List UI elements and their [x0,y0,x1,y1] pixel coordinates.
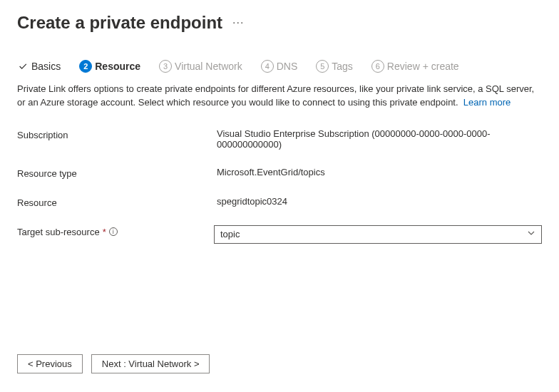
target-sub-resource-select[interactable]: topic [214,225,542,244]
tab-basics-label: Basics [31,61,61,72]
info-icon[interactable]: i [109,227,118,236]
next-button[interactable]: Next : Virtual Network > [91,354,210,373]
learn-more-link[interactable]: Learn more [463,97,511,108]
wizard-tabs: Basics 2 Resource 3 Virtual Network 4 DN… [0,40,559,78]
step-description: Private Link offers options to create pr… [0,78,559,113]
description-text: Private Link offers options to create pr… [17,83,534,108]
tab-review-create-label: Review + create [387,61,459,72]
page-title: Create a private endpoint [17,13,222,33]
tab-virtual-network[interactable]: 3 Virtual Network [159,60,242,73]
wizard-footer: < Previous Next : Virtual Network > [17,354,210,373]
subscription-value: Visual Studio Enterprise Subscription (0… [217,128,542,150]
resource-type-label: Resource type [17,167,217,179]
required-indicator: * [103,227,106,237]
previous-button[interactable]: < Previous [17,354,83,373]
tab-dns-label: DNS [277,61,298,72]
step-number-icon: 5 [316,60,329,73]
tab-tags-label: Tags [332,61,353,72]
target-sub-resource-label: Target sub-resource [17,227,100,237]
step-number-icon: 3 [159,60,172,73]
tab-dns[interactable]: 4 DNS [261,60,298,73]
subscription-label: Subscription [17,128,217,140]
step-number-icon: 2 [79,60,92,73]
resource-value: spegridtopic0324 [217,196,542,207]
chevron-down-icon [527,229,535,239]
resource-form: Subscription Visual Studio Enterprise Su… [0,113,559,259]
tab-resource[interactable]: 2 Resource [79,60,140,73]
tab-tags[interactable]: 5 Tags [316,60,353,73]
target-sub-resource-value: topic [220,229,240,239]
tab-virtual-network-label: Virtual Network [175,61,242,72]
tab-basics[interactable]: Basics [17,61,61,72]
step-number-icon: 6 [371,60,384,73]
resource-label: Resource [17,196,217,208]
more-actions-icon[interactable]: ··· [232,16,244,29]
tab-resource-label: Resource [95,61,140,72]
checkmark-icon [17,61,29,72]
resource-type-value: Microsoft.EventGrid/topics [217,167,542,177]
tab-review-create[interactable]: 6 Review + create [371,60,459,73]
step-number-icon: 4 [261,60,274,73]
